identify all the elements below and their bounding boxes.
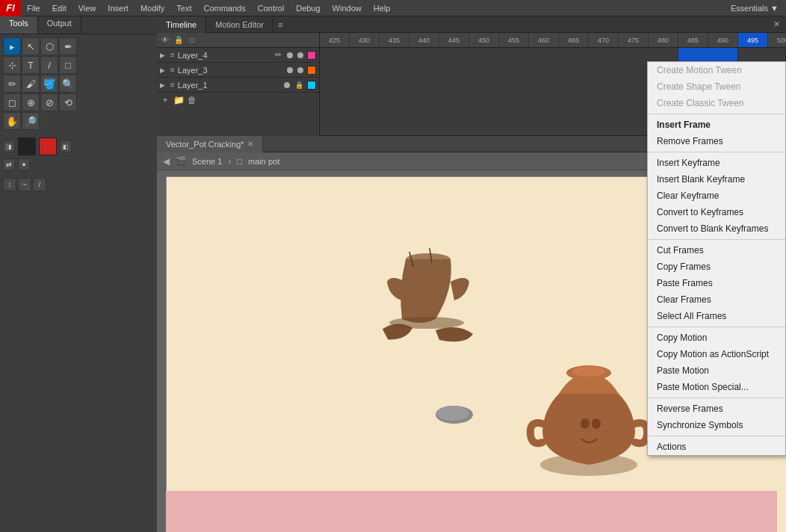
ctx-item-paste-frames[interactable]: Paste Frames bbox=[648, 275, 785, 291]
ctx-item-insert-frame[interactable]: Insert Frame bbox=[648, 117, 785, 133]
breadcrumb-back-icon[interactable]: ◀ bbox=[163, 156, 170, 167]
layer-row-layer4[interactable]: ▶ ≡ Layer_4 ✏ bbox=[157, 48, 319, 63]
eraser-tool[interactable]: ◻ bbox=[3, 93, 21, 111]
tool-row-1: ▸ ↖ ⬡ ✒ bbox=[3, 37, 154, 55]
tab-timeline[interactable]: Timeline bbox=[157, 16, 206, 33]
rect-tool[interactable]: □ bbox=[59, 56, 77, 74]
ctx-item-convert-to-blank-keyframes[interactable]: Convert to Blank Keyframes bbox=[648, 220, 785, 237]
tools-grid: ▸ ↖ ⬡ ✒ ⊹ T / □ ✏ 🖌 🪣 🔍 ◻ ⊕ ⊘ ⟲ bbox=[0, 34, 157, 133]
essentials-button[interactable]: Essentials ▼ bbox=[723, 2, 786, 14]
layer-row-layer1[interactable]: ▶ ≡ Layer_1 🔒 bbox=[157, 78, 319, 93]
tab-tools[interactable]: Tools bbox=[0, 16, 38, 34]
frame-num-485: 485 bbox=[678, 33, 708, 48]
default-colors-btn[interactable]: ● bbox=[18, 158, 30, 170]
transform-tool[interactable]: ⊹ bbox=[3, 56, 21, 74]
wrap-tool[interactable]: ⟲ bbox=[59, 93, 77, 111]
frame-num-470: 470 bbox=[589, 33, 619, 48]
ctx-item-select-all-frames[interactable]: Select All Frames bbox=[648, 308, 785, 324]
ctx-item-remove-frames[interactable]: Remove Frames bbox=[648, 133, 785, 149]
fill-color-swatch[interactable] bbox=[39, 137, 57, 155]
frame-num-430: 430 bbox=[350, 33, 380, 48]
pen-tool[interactable]: ✒ bbox=[59, 37, 77, 55]
layer3-color[interactable] bbox=[307, 66, 316, 75]
layer3-dot2 bbox=[297, 67, 303, 73]
snap-btn[interactable]: ↕ bbox=[3, 178, 16, 191]
tl-expand-icon[interactable]: ≡ bbox=[273, 19, 287, 31]
hand-tool[interactable]: ✋ bbox=[3, 112, 21, 130]
paint-bucket-tool[interactable]: 🪣 bbox=[40, 75, 58, 93]
menu-insert[interactable]: Insert bbox=[102, 2, 134, 14]
frame-num-465: 465 bbox=[559, 33, 589, 48]
frame-num-480: 480 bbox=[649, 33, 678, 48]
select-tool[interactable]: ▸ bbox=[3, 37, 21, 55]
ctx-item-clear-frames[interactable]: Clear Frames bbox=[648, 291, 785, 308]
breadcrumb-scene[interactable]: Scene 1 bbox=[192, 157, 222, 166]
breadcrumb-symbol[interactable]: main pot bbox=[248, 157, 279, 166]
ctx-item-actions[interactable]: Actions bbox=[648, 439, 785, 455]
ctx-item-copy-motion[interactable]: Copy Motion bbox=[648, 330, 785, 346]
eyedropper2-tool[interactable]: ⊘ bbox=[40, 93, 58, 111]
stroke-color-swatch[interactable] bbox=[18, 137, 36, 155]
delete-layer-btn[interactable]: 🗑 bbox=[187, 95, 197, 105]
layer1-icon: ≡ bbox=[170, 81, 175, 89]
line-tool[interactable]: / bbox=[40, 56, 58, 74]
layer-outline-icon[interactable]: □ bbox=[187, 35, 197, 46]
ctx-item-reverse-frames[interactable]: Reverse Frames bbox=[648, 400, 785, 417]
ctx-item-paste-motion[interactable]: Paste Motion bbox=[648, 362, 785, 379]
ctx-item-insert-keyframe[interactable]: Insert Keyframe bbox=[648, 155, 785, 171]
layer4-expand: ▶ bbox=[160, 52, 167, 59]
menu-edit[interactable]: Edit bbox=[46, 2, 72, 14]
frame-num-450: 450 bbox=[469, 33, 499, 48]
layer1-color[interactable] bbox=[307, 81, 316, 90]
lasso-tool[interactable]: ⬡ bbox=[40, 37, 58, 55]
menu-view[interactable]: View bbox=[72, 2, 102, 14]
swap-colors-btn[interactable]: ⇄ bbox=[3, 158, 15, 170]
menu-text[interactable]: Text bbox=[170, 2, 197, 14]
spray-tool[interactable]: ⊕ bbox=[22, 93, 40, 111]
zoom-tool[interactable]: 🔎 bbox=[22, 112, 40, 130]
layer-row-layer3[interactable]: ▶ ≡ Layer_3 bbox=[157, 63, 319, 78]
stroke-color-btn[interactable]: ◨ bbox=[3, 140, 15, 152]
layer3-name: Layer_3 bbox=[178, 66, 270, 75]
layer4-vis[interactable]: ✏ bbox=[273, 50, 283, 61]
ctx-item-paste-motion-special[interactable]: Paste Motion Special... bbox=[648, 379, 785, 395]
ctx-item-clear-keyframe[interactable]: Clear Keyframe bbox=[648, 188, 785, 204]
menu-window[interactable]: Window bbox=[327, 2, 368, 14]
menu-commands[interactable]: Commands bbox=[197, 2, 251, 14]
layer-lock-icon[interactable]: 🔒 bbox=[173, 35, 184, 46]
layer-eye-icon[interactable]: 👁 bbox=[160, 35, 170, 46]
ctx-item-copy-motion-as-actionscript[interactable]: Copy Motion as ActionScript bbox=[648, 346, 785, 362]
layer4-color[interactable] bbox=[307, 51, 316, 60]
menu-help[interactable]: Help bbox=[368, 2, 397, 14]
add-folder-btn[interactable]: 📁 bbox=[173, 95, 184, 105]
text-tool[interactable]: T bbox=[22, 56, 40, 74]
straighten-btn[interactable]: / bbox=[33, 178, 46, 191]
smooth-btn[interactable]: ~ bbox=[18, 178, 31, 191]
menu-file[interactable]: File bbox=[21, 2, 46, 14]
pencil-tool[interactable]: ✏ bbox=[3, 75, 21, 93]
stage-tab-close-btn[interactable]: ✕ bbox=[247, 140, 253, 148]
brush-tool[interactable]: 🖌 bbox=[22, 75, 40, 93]
ctx-item-synchronize-symbols[interactable]: Synchronize Symbols bbox=[648, 417, 785, 433]
ctx-item-copy-frames[interactable]: Copy Frames bbox=[648, 259, 785, 275]
stage-document-tab[interactable]: Vector_Pot Cracking* ✕ bbox=[157, 136, 263, 152]
menu-debug[interactable]: Debug bbox=[290, 2, 326, 14]
eyedropper-tool[interactable]: 🔍 bbox=[59, 75, 77, 93]
ctx-item-convert-to-keyframes[interactable]: Convert to Keyframes bbox=[648, 204, 785, 220]
ctx-item-cut-frames[interactable]: Cut Frames bbox=[648, 242, 785, 259]
menu-control[interactable]: Control bbox=[252, 2, 290, 14]
ctx-separator bbox=[648, 114, 785, 114]
ctx-separator bbox=[648, 239, 785, 240]
layer1-vis[interactable] bbox=[270, 80, 280, 90]
add-layer-btn[interactable]: + bbox=[160, 95, 170, 105]
subselect-tool[interactable]: ↖ bbox=[22, 37, 40, 55]
app-logo: Fl bbox=[0, 0, 21, 16]
tl-close-icon[interactable]: ✕ bbox=[767, 18, 786, 31]
ctx-item-insert-blank-keyframe[interactable]: Insert Blank Keyframe bbox=[648, 171, 785, 188]
fill-color-btn[interactable]: ◧ bbox=[60, 140, 72, 152]
menu-modify[interactable]: Modify bbox=[134, 2, 170, 14]
tab-motion-editor[interactable]: Motion Editor bbox=[206, 16, 273, 33]
layer1-lock[interactable]: 🔒 bbox=[294, 80, 304, 90]
layer3-vis[interactable] bbox=[273, 65, 283, 75]
tab-output[interactable]: Output bbox=[38, 16, 81, 34]
